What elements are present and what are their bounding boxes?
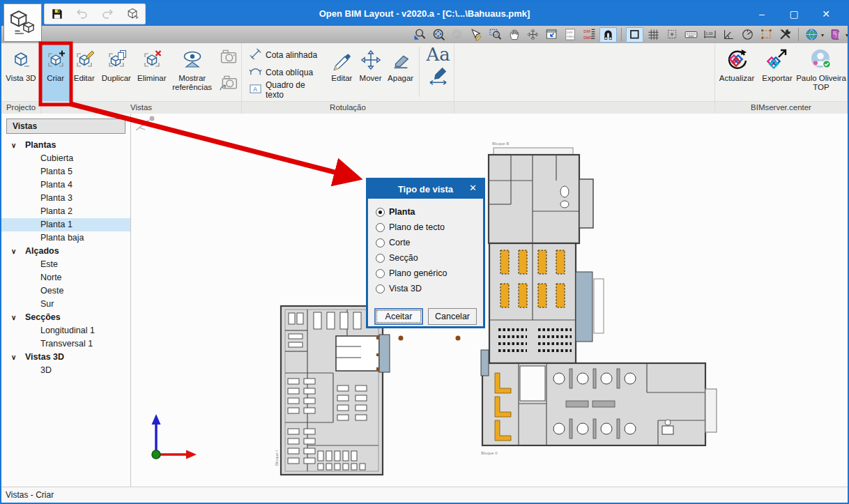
chevron-down-icon[interactable]: ▾ [846, 32, 848, 38]
duplicar-button[interactable]: Duplicar [98, 43, 134, 101]
tree-item-3d[interactable]: 3D [1, 364, 130, 377]
chevron-down-icon[interactable]: ∨ [11, 245, 20, 258]
maximize-button[interactable]: ▢ [778, 1, 810, 26]
building-bloque-ii: Bloque B [481, 142, 717, 455]
radio-icon[interactable] [376, 238, 385, 247]
tree-item-oeste[interactable]: Oeste [1, 284, 130, 298]
editar-rotulo-button[interactable]: Editar [328, 43, 356, 101]
angle-icon[interactable] [720, 27, 737, 43]
tree-item-longitudinal-1[interactable]: Longitudinal 1 [1, 324, 130, 337]
radio-icon[interactable] [376, 223, 385, 232]
tree-item-planta-2[interactable]: Planta 2 [1, 205, 130, 218]
group-label-projecto: Projecto [1, 101, 40, 114]
user-account-button[interactable]: Paulo Oliveira TOP [796, 43, 846, 101]
canvas-tool-glyph [136, 116, 155, 131]
orbit-icon[interactable] [524, 27, 542, 43]
drawing-toolbar-icons: DXFDWGDXFDWG1.00▾?▾ [411, 26, 849, 43]
dialog-close-icon[interactable]: ✕ [469, 183, 477, 193]
mostrar-referencias-button[interactable]: Mostrar referências [169, 43, 215, 101]
tree-item-planta-baja[interactable]: Planta baja [1, 231, 130, 245]
tools-icon[interactable] [777, 27, 794, 43]
tree-section-vistas-3d[interactable]: ∨Vistas 3D [1, 351, 130, 364]
views-sidebar: Vistas ∨PlantasCubiertaPlanta 5Planta 4P… [1, 114, 131, 487]
camera-icon [219, 47, 238, 68]
tree-section-label: Plantas [25, 139, 56, 152]
tree-item-cubierta[interactable]: Cubierta [1, 152, 130, 165]
cota-alinhada-button[interactable]: Cota alinhada [249, 48, 323, 62]
exportar-button[interactable]: Exportar [758, 43, 796, 101]
ribbon-group-bimserver: Actualizar Exportar Paulo Oliveira TOP B… [715, 43, 848, 114]
protractor-icon[interactable] [739, 27, 756, 43]
save-icon[interactable] [50, 7, 64, 21]
radio-option-plano-gen-rico[interactable]: Plano genérico [368, 266, 483, 281]
snap-icon[interactable] [664, 27, 681, 43]
text-style-button[interactable]: Aa [426, 45, 450, 65]
criar-button[interactable]: Criar [41, 43, 70, 101]
fit-window-icon[interactable] [543, 27, 560, 43]
radio-option-corte[interactable]: Corte [368, 235, 483, 250]
app-logo[interactable] [3, 3, 42, 42]
dialog-titlebar[interactable]: Tipo de vista ✕ [368, 180, 483, 199]
vista-3d-button[interactable]: Vista 3D [1, 43, 40, 101]
accept-button[interactable]: Aceitar [374, 308, 423, 325]
tree-item-planta-5[interactable]: Planta 5 [1, 165, 130, 178]
chevron-down-icon[interactable]: ∨ [11, 351, 20, 364]
cota-obliqua-button[interactable]: Cota oblíqua [249, 66, 323, 79]
zoom-previous-icon[interactable] [411, 27, 429, 43]
radio-option-plano-de-tecto[interactable]: Plano de tecto [368, 220, 483, 235]
book-icon[interactable]: ?▾ [827, 27, 845, 43]
cube-add-icon [45, 46, 67, 74]
zoom-extents-icon[interactable] [430, 27, 448, 43]
radio-icon[interactable] [376, 269, 385, 278]
tree-item-este[interactable]: Este [1, 258, 130, 271]
dxf-dwg-layers-icon[interactable]: DXFDWG [581, 27, 598, 43]
tree-item-planta-3[interactable]: Planta 3 [1, 192, 130, 205]
ortho-icon[interactable] [626, 27, 643, 43]
drawing-canvas[interactable]: Bloque I Bloque B [131, 114, 848, 487]
magnet-icon[interactable] [599, 27, 617, 43]
svg-text:?: ? [834, 33, 837, 38]
minimize-button[interactable]: – [746, 1, 778, 26]
pan-icon[interactable] [505, 27, 523, 43]
chevron-down-icon[interactable]: ∨ [11, 139, 20, 152]
radio-icon[interactable] [376, 254, 385, 263]
chevron-down-icon[interactable]: ∨ [11, 311, 20, 324]
globe-icon[interactable]: ▾ [803, 27, 820, 43]
eliminar-button[interactable]: Eliminar [134, 43, 169, 101]
radio-option-planta[interactable]: Planta [368, 204, 483, 220]
export-links-icon [765, 46, 789, 74]
views-panel-header[interactable]: Vistas [6, 119, 125, 134]
close-button[interactable]: ✕ [810, 1, 842, 26]
tree-item-planta-4[interactable]: Planta 4 [1, 178, 130, 192]
tree-section-al-ados[interactable]: ∨Alçados [1, 245, 130, 258]
actualizar-button[interactable]: Actualizar [715, 43, 758, 101]
keyboard-icon[interactable] [682, 27, 700, 43]
bimserver-sync-icon[interactable] [125, 7, 139, 21]
dimension-icon[interactable]: 1.00 [701, 27, 719, 43]
cancel-button[interactable]: Cancelar [428, 308, 477, 325]
tree-item-sur[interactable]: Sur [1, 298, 130, 311]
group-label-rotulacao: Rotulação [242, 101, 454, 114]
tree-section-plantas[interactable]: ∨Plantas [1, 139, 130, 152]
apagar-button[interactable]: Apagar [385, 43, 416, 101]
svg-text:DXF: DXF [583, 29, 590, 33]
tree-item-planta-1[interactable]: Planta 1 [1, 218, 130, 231]
radio-option-vista-3d[interactable]: Vista 3D [368, 281, 483, 296]
grid-icon[interactable] [645, 27, 662, 43]
selection-box-icon[interactable] [758, 27, 775, 43]
radio-icon[interactable] [376, 208, 385, 217]
quadro-de-texto-button[interactable]: A Quadro de texto [249, 83, 323, 97]
brush-scale-icon[interactable] [428, 65, 449, 89]
radio-option-sec-o[interactable]: Secção [368, 250, 483, 266]
zoom-window-icon[interactable] [487, 27, 504, 43]
tree-item-norte[interactable]: Norte [1, 271, 130, 284]
tree-item-transversal-1[interactable]: Transversal 1 [1, 337, 130, 351]
dxf-dwg-import-icon[interactable]: DXFDWG [562, 27, 579, 43]
app-window: Open BIM Layout - v2020.a - [C:\...\Bahu… [0, 0, 849, 504]
mover-button[interactable]: Mover [356, 43, 385, 101]
radio-icon[interactable] [376, 284, 385, 293]
tree-section-sec-es[interactable]: ∨Secções [1, 311, 130, 324]
edit-cursor-icon[interactable] [468, 27, 485, 43]
chevron-down-icon[interactable]: ▾ [821, 32, 824, 38]
editar-vista-button[interactable]: Editar [70, 43, 98, 101]
